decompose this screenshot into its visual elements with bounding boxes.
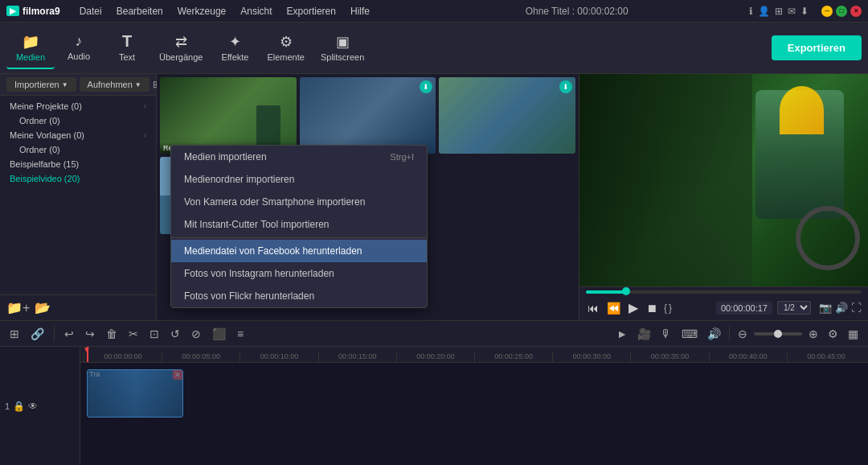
add-folder-icon[interactable]: 📁+ bbox=[6, 300, 30, 315]
bracket-in-icon[interactable]: { bbox=[664, 302, 667, 314]
tl-zoom-out-button[interactable]: ⊖ bbox=[735, 326, 751, 342]
bracket-buttons: { } bbox=[664, 302, 672, 314]
tool-elemente[interactable]: ⚙ Elemente bbox=[259, 27, 312, 69]
timeline-toolbar: ⊞ 🔗 ↩ ↪ 🗑 ✂ ⊡ ↺ ⊘ ⬛ ≡ ► 🎥 🎙 ⌨ 🔊 ⊖ ⊕ ⚙ ▦ bbox=[0, 321, 868, 347]
tool-effekte[interactable]: ✦ Effekte bbox=[211, 27, 259, 69]
track-eye-icon[interactable]: 👁 bbox=[28, 401, 38, 412]
tl-freeze-button[interactable]: ⬛ bbox=[209, 326, 229, 342]
tl-delete-button[interactable]: 🗑 bbox=[103, 326, 121, 342]
user-icon[interactable]: 👤 bbox=[758, 6, 770, 17]
track-header-inner: 1 🔒 👁 bbox=[0, 347, 80, 465]
play-button[interactable]: ▶ bbox=[627, 298, 640, 317]
panel-toolbar: Importieren ▼ Aufnehmen ▼ ⊞ ⊞ 🔍 bbox=[0, 74, 156, 96]
menu-bar: Datei Bearbeiten Werkzeuge Ansicht Expor… bbox=[73, 4, 405, 19]
close-button[interactable]: ✕ bbox=[850, 6, 862, 17]
fullscreen-icon[interactable]: ⛶ bbox=[851, 302, 862, 314]
bracket-out-icon[interactable]: } bbox=[669, 302, 672, 314]
tl-vol-button[interactable]: 🔊 bbox=[704, 326, 724, 342]
media-thumb-0[interactable]: Reisen 03 bbox=[160, 77, 297, 154]
dropdown-item-3[interactable]: Mit Instant-Cutter Tool importieren bbox=[171, 213, 427, 236]
zoom-slider[interactable] bbox=[754, 332, 802, 335]
arrow-icon: › bbox=[144, 102, 146, 110]
dropdown-item-4[interactable]: Mediendatei von Facebook herunterladen bbox=[171, 240, 427, 262]
menu-exportieren[interactable]: Exportieren bbox=[280, 4, 342, 19]
ruler-mark-0: 00:00:00:00 bbox=[84, 352, 162, 362]
quality-select[interactable]: 1/2 bbox=[777, 301, 811, 315]
project-title: Ohne Titel : 00:00:02:00 bbox=[411, 6, 743, 17]
media-thumb-2[interactable]: ⬇ bbox=[439, 77, 575, 154]
export-button[interactable]: Exportieren bbox=[772, 35, 862, 60]
tl-undo-button[interactable]: ↩ bbox=[61, 326, 77, 342]
ruler-marks: 00:00:00:00 00:00:05:00 00:00:10:00 00:0… bbox=[80, 347, 868, 362]
volume-icon[interactable]: 🔊 bbox=[835, 302, 848, 314]
tool-text[interactable]: T Text bbox=[103, 27, 151, 69]
tl-keyboard-button[interactable]: ⌨ bbox=[678, 326, 701, 342]
aufnehmen-button[interactable]: Aufnehmen ▼ bbox=[80, 77, 149, 92]
dropdown-item-1[interactable]: Medienordner importieren bbox=[171, 168, 427, 191]
medien-label: Medien bbox=[16, 52, 45, 62]
sidebar-item-beispielvideo[interactable]: Beispielvideo (20) bbox=[6, 171, 149, 186]
sidebar-item-beispielfarbe[interactable]: Beispielfarbe (15) bbox=[6, 157, 149, 171]
tl-play-button[interactable]: ► bbox=[613, 326, 631, 342]
menu-hilfe[interactable]: Hilfe bbox=[344, 4, 376, 19]
tool-audio[interactable]: ♪ Audio bbox=[55, 27, 103, 69]
menu-bearbeiten[interactable]: Bearbeiten bbox=[110, 4, 170, 19]
progress-bar[interactable] bbox=[586, 290, 862, 294]
elemente-icon: ⚙ bbox=[280, 33, 293, 51]
screenshot-icon[interactable]: 📷 bbox=[819, 302, 832, 314]
playhead[interactable] bbox=[87, 347, 88, 362]
media-thumb-1[interactable]: ⬇ bbox=[300, 77, 436, 154]
maximize-button[interactable]: □ bbox=[836, 6, 847, 17]
tl-redo-button[interactable]: ↪ bbox=[82, 326, 98, 342]
tl-crop-button[interactable]: ⊡ bbox=[146, 326, 162, 342]
preview-extra-icons: 📷 🔊 ⛶ bbox=[819, 302, 862, 314]
info-icon[interactable]: ℹ bbox=[749, 6, 753, 17]
dropdown-item-0[interactable]: Medien importieren Strg+I bbox=[171, 146, 427, 168]
mail-icon[interactable]: ✉ bbox=[788, 6, 796, 17]
minimize-button[interactable]: ─ bbox=[821, 6, 833, 17]
stop-button[interactable]: ⏹ bbox=[645, 300, 659, 316]
timeline-clip[interactable]: ✕ Tra bbox=[87, 369, 183, 418]
ruler-mark-5: 00:00:25:00 bbox=[474, 352, 552, 362]
preview-panel: ⏮ ⏪ ▶ ⏹ { } 00:00:00:17 1/2 📷 🔊 ⛶ bbox=[579, 74, 868, 320]
download-icon[interactable]: ⬇ bbox=[800, 6, 809, 17]
tl-add-track-button[interactable]: ⊞ bbox=[6, 326, 23, 342]
sidebar-item-projekte[interactable]: Meine Projekte (0) › bbox=[6, 99, 149, 113]
tl-mic-button[interactable]: 🎙 bbox=[657, 326, 675, 342]
splitscreen-label: Splitscreen bbox=[321, 52, 364, 62]
tl-right-tools: ► 🎥 🎙 ⌨ 🔊 ⊖ ⊕ ⚙ ▦ bbox=[613, 326, 862, 342]
menu-datei[interactable]: Datei bbox=[73, 4, 108, 19]
sidebar: Meine Projekte (0) › Ordner (0) Meine Vo… bbox=[0, 96, 156, 189]
elemente-label: Elemente bbox=[267, 52, 304, 62]
tl-color-button[interactable]: ⊘ bbox=[188, 326, 204, 342]
tool-uebergaenge[interactable]: ⇄ Übergänge bbox=[151, 27, 211, 69]
sidebar-item-ordner1[interactable]: Ordner (0) bbox=[6, 113, 149, 128]
dropdown-item-5[interactable]: Fotos von Instagram herunterladen bbox=[171, 262, 427, 285]
effekte-label: Effekte bbox=[221, 52, 248, 62]
track-lock-icon[interactable]: 🔒 bbox=[13, 401, 25, 412]
dropdown-item-2[interactable]: Von Kamera oder Smartphone importieren bbox=[171, 191, 427, 213]
download-badge-2: ⬇ bbox=[559, 80, 572, 93]
skip-back-button[interactable]: ⏮ bbox=[586, 300, 600, 316]
tl-audio-button[interactable]: ≡ bbox=[234, 326, 247, 342]
import-icon[interactable]: 📂 bbox=[35, 300, 51, 315]
importieren-button[interactable]: Importieren ▼ bbox=[6, 77, 76, 92]
ruler-mark-3: 00:00:15:00 bbox=[318, 352, 396, 362]
importieren-arrow: ▼ bbox=[62, 81, 68, 88]
menu-ansicht[interactable]: Ansicht bbox=[234, 4, 278, 19]
tool-medien[interactable]: 📁 Medien bbox=[6, 27, 55, 69]
tool-splitscreen[interactable]: ▣ Splitscreen bbox=[313, 27, 372, 69]
step-back-button[interactable]: ⏪ bbox=[605, 300, 622, 316]
tl-cut-button[interactable]: ✂ bbox=[125, 326, 141, 342]
tl-grid-button[interactable]: ▦ bbox=[845, 326, 862, 342]
dropdown-item-6[interactable]: Fotos von Flickr herunterladen bbox=[171, 285, 427, 307]
sidebar-item-ordner2[interactable]: Ordner (0) bbox=[6, 142, 149, 157]
grid-icon[interactable]: ⊞ bbox=[775, 6, 783, 17]
tl-cam-button[interactable]: 🎥 bbox=[634, 326, 654, 342]
tl-zoom-in-button[interactable]: ⊕ bbox=[805, 326, 821, 342]
tl-rotate-button[interactable]: ↺ bbox=[167, 326, 183, 342]
tl-link-button[interactable]: 🔗 bbox=[27, 326, 47, 342]
tl-settings-button[interactable]: ⚙ bbox=[825, 326, 841, 342]
menu-werkzeuge[interactable]: Werkzeuge bbox=[171, 4, 232, 19]
sidebar-item-vorlagen[interactable]: Meine Vorlagen (0) › bbox=[6, 128, 149, 142]
